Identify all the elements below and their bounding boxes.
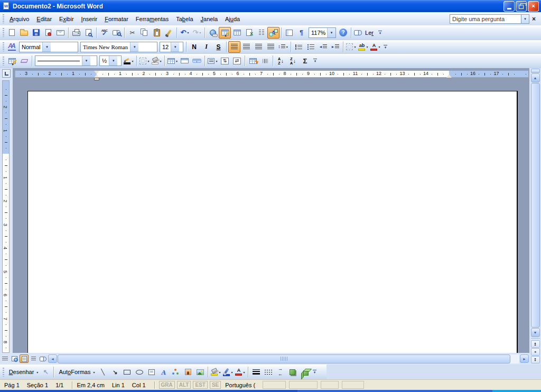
- save-button[interactable]: [30, 27, 42, 39]
- menu-item-formatar[interactable]: Formatar: [101, 14, 132, 24]
- menu-grip[interactable]: [3, 14, 4, 23]
- close-button[interactable]: ×: [528, 1, 539, 12]
- menu-item-janela[interactable]: Janela: [197, 14, 221, 24]
- rectangle-tool-button[interactable]: [121, 366, 133, 378]
- normal-view-button[interactable]: [1, 354, 10, 363]
- status-mode-est[interactable]: EST: [193, 381, 207, 389]
- bold-button[interactable]: N: [188, 41, 200, 53]
- web-layout-view-button[interactable]: [10, 354, 19, 363]
- outside-border-button[interactable]: ▾: [345, 41, 357, 53]
- distribute-rows-button[interactable]: ⇅: [219, 55, 231, 67]
- status-language[interactable]: Português (: [225, 382, 255, 388]
- style-combo[interactable]: Normal▾: [19, 42, 78, 52]
- chevron-down-icon[interactable]: ▾: [171, 42, 179, 52]
- justify-button[interactable]: [265, 41, 277, 53]
- restore-button[interactable]: [516, 1, 527, 12]
- split-cells-button[interactable]: [191, 55, 203, 67]
- line-tool-button[interactable]: ╲: [97, 366, 109, 378]
- text-direction-button[interactable]: [259, 55, 271, 67]
- read-button[interactable]: Ler: [353, 27, 376, 39]
- arrow-style-button[interactable]: →←: [274, 366, 286, 378]
- menu-item-arquivo[interactable]: Arquivo: [6, 14, 33, 24]
- toolbar-options-chevron[interactable]: ▾: [382, 41, 389, 53]
- underline-button[interactable]: S: [212, 41, 225, 53]
- font-color-button[interactable]: A▾: [234, 366, 246, 378]
- horizontal-scroll-thumb[interactable]: [58, 354, 510, 363]
- next-page-button[interactable]: ▼▼: [531, 356, 540, 363]
- 3d-style-button[interactable]: [299, 366, 311, 378]
- email-button[interactable]: [54, 27, 67, 39]
- chevron-down-icon[interactable]: ▾: [42, 42, 51, 52]
- shadow-style-button[interactable]: [286, 366, 299, 378]
- highlight-button[interactable]: ab▾: [357, 41, 369, 53]
- autosum-button[interactable]: Σ: [299, 55, 311, 67]
- chevron-down-icon[interactable]: ▾: [82, 56, 90, 66]
- draw-menu-button[interactable]: Desenhar▾: [6, 366, 40, 378]
- zoom-combo[interactable]: 117%▾: [309, 27, 336, 38]
- spelling-button[interactable]: ABC✓: [98, 27, 110, 39]
- print-button[interactable]: [70, 27, 82, 39]
- line-style-combo[interactable]: ▾: [35, 55, 97, 66]
- redo-button[interactable]: ↷▾: [191, 27, 203, 39]
- sort-descending-button[interactable]: ZA↓: [287, 55, 299, 67]
- border-color-button[interactable]: ▾: [123, 55, 135, 67]
- line-spacing-button[interactable]: ↕▾: [277, 41, 289, 53]
- clip-art-button[interactable]: [182, 366, 194, 378]
- status-mode-se[interactable]: SE: [210, 381, 221, 389]
- cell-alignment-button[interactable]: ▾: [207, 55, 219, 67]
- insert-hyperlink-button[interactable]: [207, 27, 219, 39]
- merge-cells-button[interactable]: [179, 55, 191, 67]
- document-map-button[interactable]: [283, 27, 295, 39]
- ask-question-dropdown[interactable]: ▾: [521, 14, 529, 24]
- toolbar-grip[interactable]: [3, 28, 4, 37]
- toolbar-grip[interactable]: [3, 57, 4, 66]
- toolbar-grip[interactable]: [3, 42, 4, 51]
- text-box-button[interactable]: [145, 366, 157, 378]
- undo-button[interactable]: ↶▾: [179, 27, 191, 39]
- line-style-button[interactable]: [250, 366, 262, 378]
- font-color-button[interactable]: A▾: [369, 41, 381, 53]
- insert-table-button[interactable]: ▾: [166, 55, 179, 67]
- menu-item-editar[interactable]: Editar: [33, 14, 55, 24]
- align-right-button[interactable]: [253, 41, 265, 53]
- scroll-down-button[interactable]: ▼: [531, 328, 540, 337]
- cut-button[interactable]: ✂: [126, 27, 138, 39]
- menu-item-exibir[interactable]: Exibir: [55, 14, 78, 24]
- menu-item-ajuda[interactable]: Ajuda: [221, 14, 244, 24]
- arrow-tool-button[interactable]: ↘: [109, 366, 121, 378]
- open-button[interactable]: [18, 27, 30, 39]
- select-objects-button[interactable]: ↖: [40, 366, 52, 378]
- table-autoformat-button[interactable]: ϟ: [247, 55, 259, 67]
- permission-button[interactable]: [42, 27, 54, 39]
- outline-view-button[interactable]: [29, 354, 38, 363]
- chevron-down-icon[interactable]: ▾: [109, 56, 117, 66]
- wordart-button[interactable]: A: [157, 366, 170, 378]
- left-indent-marker[interactable]: [94, 78, 99, 80]
- numbering-button[interactable]: [293, 41, 305, 53]
- paste-button[interactable]: [151, 27, 163, 39]
- toolbar-options-chevron[interactable]: ▾: [311, 366, 318, 378]
- fill-color-button[interactable]: ▾: [210, 366, 222, 378]
- line-weight-combo[interactable]: ½▾: [99, 55, 122, 66]
- line-color-button[interactable]: ▾: [222, 366, 234, 378]
- styles-and-formatting-button[interactable]: AA: [6, 41, 18, 53]
- status-mode-gra[interactable]: GRA: [159, 381, 175, 389]
- tables-and-borders-button[interactable]: [219, 27, 231, 39]
- vertical-scroll-thumb[interactable]: [531, 83, 540, 328]
- autoshapes-menu-button[interactable]: AutoFormas▾: [55, 366, 97, 378]
- increase-indent-button[interactable]: ►: [329, 41, 341, 53]
- eraser-button[interactable]: [18, 55, 30, 67]
- draw-table-button[interactable]: [6, 55, 18, 67]
- tab-selector-button[interactable]: [2, 69, 11, 78]
- document-page[interactable]: [27, 91, 518, 353]
- horizontal-ruler[interactable]: 32112345678910111213141617: [15, 70, 529, 78]
- menu-item-ferramentas[interactable]: Ferramentas: [132, 14, 172, 24]
- drawing-button[interactable]: A: [267, 27, 279, 39]
- reading-layout-button[interactable]: [39, 354, 48, 363]
- chevron-down-icon[interactable]: ▾: [130, 42, 138, 52]
- new-document-button[interactable]: [6, 27, 18, 39]
- toolbar-grip[interactable]: [3, 368, 4, 377]
- scroll-up-button[interactable]: ▲: [531, 73, 540, 82]
- chevron-down-icon[interactable]: ▾: [327, 28, 335, 38]
- vertical-scroll-track[interactable]: [531, 83, 540, 328]
